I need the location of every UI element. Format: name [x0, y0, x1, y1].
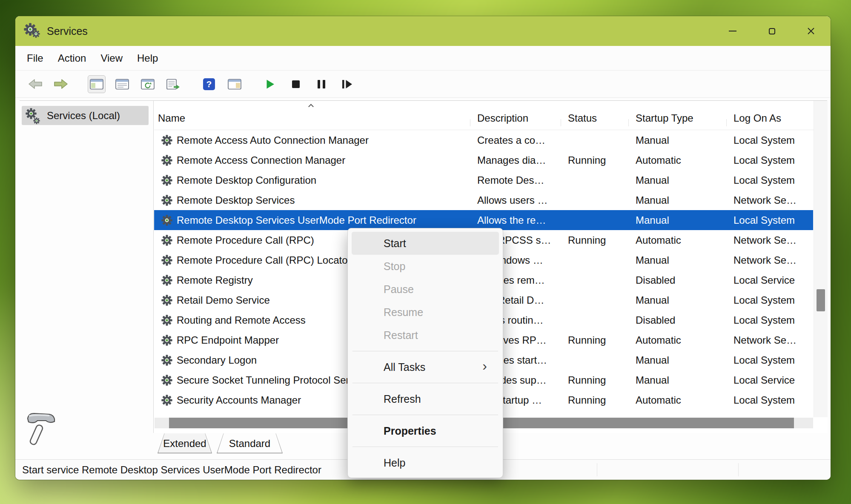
properties-button[interactable] [113, 75, 131, 93]
tree-item-services-local[interactable]: Services (Local) [22, 106, 149, 125]
menu-help[interactable]: Help [130, 49, 165, 67]
service-gear-icon [161, 195, 172, 206]
back-arrow-icon [28, 78, 43, 90]
restart-service-button[interactable] [338, 75, 356, 93]
start-service-button[interactable] [261, 75, 279, 93]
service-log-on-as: Local System [727, 174, 813, 186]
context-menu-item-refresh[interactable]: Refresh [352, 387, 499, 410]
service-log-on-as: Network Se… [727, 194, 813, 206]
service-log-on-as: Local System [727, 394, 813, 406]
vertical-scrollbar-thumb[interactable] [817, 289, 825, 311]
service-gear-icon [161, 235, 172, 246]
console-tree-pane: Services (Local) [20, 101, 154, 433]
column-header-log-on-as[interactable]: Log On As [727, 112, 828, 130]
menu-separator [352, 383, 498, 383]
vertical-scrollbar[interactable] [814, 101, 828, 417]
status-bar-divider [597, 463, 597, 476]
service-name-cell: Remote Desktop Services [154, 194, 470, 206]
service-log-on-as: Network Se… [727, 234, 813, 246]
service-status: Running [561, 234, 629, 246]
context-menu-item-start[interactable]: Start [352, 232, 499, 255]
service-row[interactable]: Remote Desktop Services UserMode Port Re… [154, 210, 813, 230]
service-startup-type: Manual [629, 174, 727, 186]
stop-service-button[interactable] [287, 75, 305, 93]
service-name: Retail Demo Service [177, 294, 270, 306]
help-button[interactable]: ? [200, 75, 218, 93]
stop-icon [292, 80, 300, 88]
service-description: Allows the re… [470, 214, 561, 226]
context-menu: StartStopPauseResumeRestartAll Tasks›Ref… [347, 228, 503, 478]
service-startup-type: Automatic [629, 154, 727, 166]
context-menu-item-help[interactable]: Help [352, 451, 499, 474]
toolbar: ? [15, 71, 831, 98]
service-gear-icon [161, 395, 172, 406]
service-row[interactable]: Remote Desktop ConfigurationRemote Des…M… [154, 170, 813, 190]
service-log-on-as: Local Service [727, 274, 813, 286]
service-name: Remote Registry [177, 274, 253, 286]
maximize-button[interactable] [752, 16, 791, 46]
sort-ascending-icon [308, 104, 314, 109]
service-log-on-as: Local System [727, 214, 813, 226]
menu-file[interactable]: File [20, 49, 51, 67]
service-gear-icon [161, 135, 172, 146]
service-description: Creates a co… [470, 134, 561, 146]
console-tree-icon [90, 79, 103, 90]
context-menu-item-label: All Tasks [384, 361, 425, 373]
service-name: Remote Desktop Services [177, 194, 295, 206]
menu-bar: File Action View Help [15, 46, 831, 71]
service-log-on-as: Local System [727, 154, 813, 166]
service-name: Remote Access Connection Manager [177, 154, 345, 166]
service-name-cell: Remote Desktop Configuration [154, 174, 470, 186]
service-startup-type: Disabled [629, 274, 727, 286]
tab-extended[interactable]: Extended [158, 433, 212, 453]
column-header-description[interactable]: Description [470, 112, 561, 130]
back-button[interactable] [26, 75, 44, 93]
service-name: RPC Endpoint Mapper [177, 334, 279, 346]
service-log-on-as: Network Se… [727, 254, 813, 266]
context-menu-item-label: Restart [384, 329, 418, 342]
context-menu-item-properties[interactable]: Properties [352, 419, 499, 442]
column-header-startup-type[interactable]: Startup Type [629, 112, 727, 130]
show-hide-console-tree-button[interactable] [88, 75, 106, 93]
service-name-cell: Remote Access Connection Manager [154, 154, 470, 166]
menu-separator [352, 447, 498, 447]
context-menu-item-stop: Stop [352, 255, 499, 278]
status-text: Start service Remote Desktop Services Us… [22, 464, 321, 476]
menu-separator [352, 351, 498, 351]
context-menu-item-label: Help [384, 457, 405, 469]
context-menu-item-all-tasks[interactable]: All Tasks› [352, 356, 499, 379]
context-menu-item-restart: Restart [352, 324, 499, 347]
hammer-cursor-icon [24, 410, 58, 447]
service-name-cell: Remote Desktop Services UserMode Port Re… [154, 214, 470, 226]
pause-service-button[interactable] [312, 75, 330, 93]
service-startup-type: Automatic [629, 334, 727, 346]
menu-view[interactable]: View [93, 49, 130, 67]
show-hide-action-pane-button[interactable] [226, 75, 244, 93]
export-list-button[interactable] [164, 75, 182, 93]
forward-button[interactable] [52, 75, 70, 93]
tab-standard[interactable]: Standard [217, 433, 283, 453]
service-row[interactable]: Remote Desktop ServicesAllows users …Man… [154, 190, 813, 210]
minimize-button[interactable] [713, 16, 752, 46]
context-menu-item-pause: Pause [352, 278, 499, 301]
service-startup-type: Manual [629, 354, 727, 366]
services-app-icon [24, 22, 43, 40]
column-header-name[interactable]: Name [154, 112, 470, 130]
service-gear-icon [161, 375, 172, 386]
service-startup-type: Automatic [629, 394, 727, 406]
close-button[interactable] [791, 16, 831, 46]
service-status: Running [561, 374, 629, 386]
refresh-button[interactable] [139, 75, 157, 93]
service-status: Running [561, 334, 629, 346]
service-startup-type: Automatic [629, 234, 727, 246]
service-gear-icon [161, 355, 172, 366]
service-row[interactable]: Remote Access Auto Connection ManagerCre… [154, 130, 813, 150]
services-node-icon [26, 107, 43, 124]
service-log-on-as: Local Service [727, 374, 813, 386]
service-name: Remote Procedure Call (RPC) Locator [177, 254, 351, 266]
column-header-status[interactable]: Status [561, 112, 629, 130]
gear-icon [32, 30, 40, 40]
service-row[interactable]: Remote Access Connection ManagerManages … [154, 150, 813, 170]
context-menu-item-label: Start [384, 237, 406, 250]
menu-action[interactable]: Action [51, 49, 94, 67]
